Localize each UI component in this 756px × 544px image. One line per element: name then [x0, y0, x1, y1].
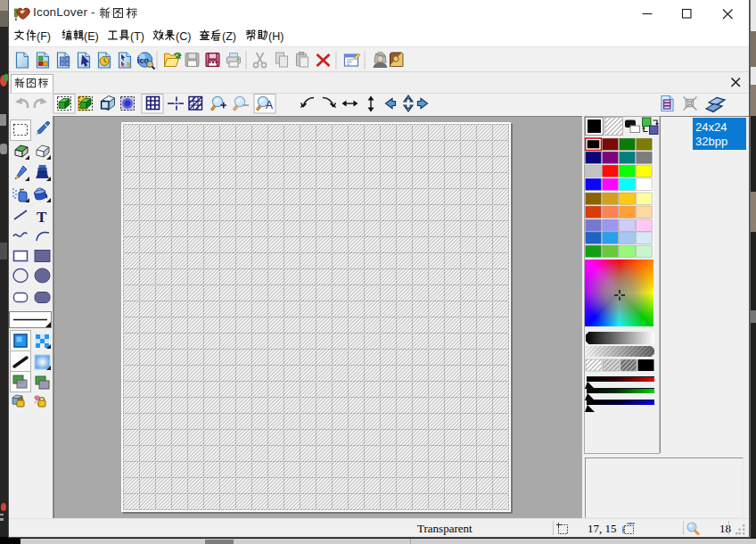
svg-text:T: T — [37, 209, 47, 226]
svg-text:A: A — [266, 99, 273, 111]
